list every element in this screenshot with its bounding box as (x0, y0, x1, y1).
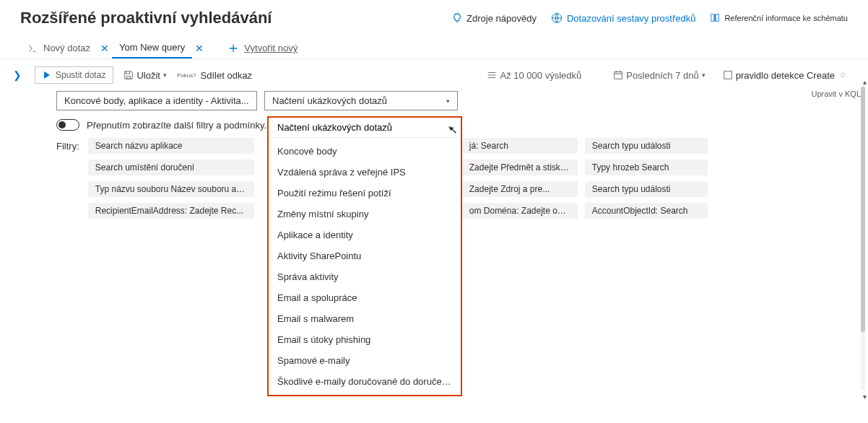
rule-icon (723, 70, 733, 80)
list-icon (487, 70, 497, 80)
detection-rule-label: pravidlo detekce Create (736, 70, 835, 81)
run-query-label: Spustit dotaz (56, 70, 105, 80)
filter-chip[interactable]: Search typu události (585, 181, 708, 197)
cursor-icon: ↖ (449, 124, 458, 136)
filters-toggle[interactable] (56, 119, 79, 131)
schema-reference-label: Referenční informace ke schématu (724, 14, 848, 22)
results-limit[interactable]: Až 10 000 výsledků (487, 70, 581, 81)
resources-query-label: Dotazování sestavy prostředků (567, 13, 695, 24)
filter-chip[interactable]: Search názvu aplikace (88, 138, 254, 154)
dropdown-item[interactable]: Aktivity SharePointu (269, 245, 461, 266)
detection-rule-button[interactable]: pravidlo detekce Create (723, 70, 848, 81)
dropdown-label: Načtení ukázkových dotazů (272, 95, 387, 106)
tab-yom-new-query[interactable]: Yom New query (112, 38, 192, 58)
toggle-label: Přepnutím zobrazíte další filtry a podmí… (87, 120, 266, 131)
chevron-down-icon: ▾ (446, 97, 450, 105)
dropdown-item[interactable]: Koncové body (269, 141, 461, 162)
tabs-bar: Nový dotaz ✕ Yom New query ✕ Vytvořit no… (0, 33, 868, 59)
dropdown-item[interactable]: Použití režimu řešení potíží (269, 183, 461, 204)
filter-chip[interactable]: Typy hrozeb Search (585, 160, 708, 175)
scroll-up-icon[interactable]: ▴ (863, 78, 867, 86)
dropdown-item[interactable]: Email a spolupráce (269, 287, 461, 308)
link-icon (838, 70, 848, 80)
svg-rect-2 (724, 71, 732, 79)
svg-rect-1 (615, 72, 622, 79)
chevron-down-icon: ▾ (163, 71, 167, 79)
save-button[interactable]: Uložit ▾ (123, 70, 167, 81)
share-link-button[interactable]: Pokus? Sdílet odkaz (177, 70, 252, 81)
close-icon[interactable]: ✕ (97, 43, 112, 54)
filter-chip[interactable]: RecipientEmailAddress: Zadejte Rec... (88, 203, 254, 219)
filter-chip[interactable]: om Doména: Zadejte odesílatele... (462, 203, 578, 219)
resources-query-link[interactable]: Dotazování sestavy prostředků (551, 12, 695, 24)
filter-chip[interactable]: AccountObjectId: Search (585, 203, 708, 219)
globe-icon (551, 12, 563, 24)
dropdown-item[interactable]: Spamové e-maily (269, 350, 461, 371)
filters-label: Filtry: (56, 138, 79, 219)
schema-reference-link[interactable]: Referenční informace ke schématu (710, 13, 848, 23)
sample-queries-panel: Načtení ukázkových dotazů ▾ Koncové body… (267, 116, 462, 396)
dropdown-item[interactable]: Email s malwarem (269, 308, 461, 329)
dropdown-item[interactable]: Změny místní skupiny (269, 204, 461, 224)
share-label: Sdílet odkaz (201, 70, 253, 81)
play-icon (43, 71, 51, 79)
toolbar: ❯ Spustit dotaz Uložit ▾ Pokus? Sdílet o… (0, 59, 868, 91)
run-query-button[interactable]: Spustit dotaz (35, 66, 113, 84)
tab-yom-label: Yom New query (119, 42, 185, 53)
tab-create-new[interactable]: Vytvořit nový (221, 38, 305, 58)
scrollbar[interactable] (861, 87, 865, 390)
activity-input[interactable]: Koncové body, aplikace a identity - Akti… (56, 91, 257, 110)
filter-chip[interactable]: Zadejte Předmět a stiskněte ... (462, 160, 578, 175)
dropdown-item[interactable]: Email s útoky phishing (269, 329, 461, 350)
close-icon[interactable]: ✕ (192, 43, 207, 54)
filter-chip[interactable]: já: Search (462, 138, 578, 154)
results-limit-label: Až 10 000 výsledků (500, 70, 581, 81)
tab-new-query[interactable]: Nový dotaz (20, 38, 97, 58)
time-range[interactable]: Posledních 7 dnů ▾ (613, 70, 705, 81)
help-resources-link[interactable]: Zdroje nápovědy (452, 13, 537, 24)
filter-chip[interactable]: Typ názvu souboru Název souboru a pr... (88, 181, 254, 197)
tab-new-query-label: Nový dotaz (43, 43, 90, 53)
expand-chevron-icon[interactable]: ❯ (13, 69, 22, 81)
filter-chip[interactable]: Search umístění doručení (88, 160, 254, 175)
chevron-down-icon: ▾ (702, 71, 706, 79)
sample-queries-dropdown[interactable]: Načtení ukázkových dotazů ▾ (264, 91, 458, 110)
filter-chip[interactable]: Search typu události (585, 138, 708, 154)
help-resources-label: Zdroje nápovědy (466, 13, 537, 24)
page-title: Rozšířené proaktivní vyhledávání (20, 9, 438, 27)
book-icon (710, 13, 720, 23)
dropdown-item[interactable]: Aplikace a identity (269, 224, 461, 245)
save-label: Uložit (136, 70, 160, 81)
dropdown-item[interactable]: Škodlivé e-maily doručované do doručené … (269, 371, 461, 392)
dropdown-item[interactable]: Správa aktivity (269, 266, 461, 287)
scroll-down-icon[interactable]: ▾ (863, 393, 867, 401)
dropdown-header-label: Načtení ukázkových dotazů (277, 122, 392, 133)
lightbulb-icon (452, 13, 462, 23)
calendar-icon (613, 70, 623, 80)
save-icon (123, 70, 134, 80)
tab-create-label: Vytvořit nový (244, 43, 298, 53)
scrollbar-thumb[interactable] (861, 87, 865, 332)
dropdown-item[interactable]: Vzdálená správa z veřejné IPS (269, 162, 461, 183)
plus-icon (228, 43, 238, 53)
time-range-label: Posledních 7 dnů (626, 70, 698, 81)
filter-chip[interactable]: Zadejte Zdroj a pre... (462, 181, 578, 197)
query-icon (27, 43, 38, 53)
